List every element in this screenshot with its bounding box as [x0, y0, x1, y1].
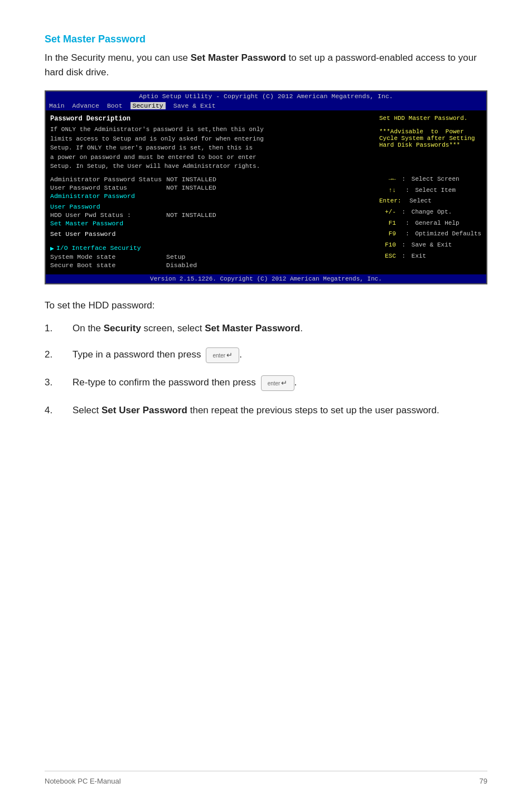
hint-desc-screen: Select Screen [412, 174, 460, 185]
bios-secure-boot-label: Secure Boot state [50, 262, 162, 269]
bios-screenshot: Aptio Setup Utility - Copyright (C) 2012… [45, 90, 487, 284]
bios-hints: →← : Select Screen ↑↓ : Select Item Ente… [379, 174, 482, 262]
bios-menu-advance: Advance [72, 102, 99, 109]
hint-desc-enter: Select [409, 196, 432, 206]
bios-left-panel: Password Description If ONLY the Adminis… [46, 113, 375, 272]
step-4-set-user: Set User Password [101, 405, 187, 416]
bios-footer: Version 2.15.1226. Copyright (C) 2012 Am… [46, 274, 486, 283]
bios-admin-password-row: Administrator Password [50, 192, 370, 200]
hint-key-pm: +/- [379, 207, 396, 218]
intro-bold: Set Master Password [191, 52, 286, 63]
step-2-content: Type in a password then press enter ↵ . [72, 347, 487, 363]
step-4: 4. Select Set User Password then repeat … [45, 403, 487, 418]
bios-row-user-status: User Password Status NOT INSTALLED [50, 184, 370, 191]
hint-sep-7: : [398, 240, 409, 250]
bios-user-password-row: User Password [50, 203, 370, 210]
hint-row-f10: F10 : Save & Exit [379, 240, 482, 250]
hint-desc-f9: Optimized Defaults [415, 229, 481, 239]
bios-system-mode-row: System Mode state Setup [50, 253, 370, 260]
step-3-num: 3. [45, 375, 72, 390]
hint-sep-2: : [398, 185, 413, 196]
hint-desc-item: Select Item [415, 185, 456, 196]
intro-paragraph: In the Security menu, you can use Set Ma… [45, 51, 487, 79]
steps-intro: To set the HDD password: [45, 300, 487, 311]
bios-row-hdd-status: HDD User Pwd Status : NOT INSTALLED [50, 211, 370, 219]
bios-admin-status-label: Administrator Password Status [50, 176, 162, 183]
hint-sep-6: : [398, 229, 413, 239]
hint-key-arrows: →← [379, 174, 396, 185]
enter-key-1: enter ↵ [206, 347, 239, 363]
enter-arrow-1: ↵ [226, 350, 233, 361]
page-footer: Notebook PC E-Manual 79 [45, 771, 487, 785]
footer-left: Notebook PC E-Manual [45, 777, 121, 785]
hint-row-f9: F9 : Optimized Defaults [379, 229, 482, 239]
bios-body: Password Description If ONLY the Adminis… [46, 110, 486, 274]
bios-row-admin-status: Administrator Password Status NOT INSTAL… [50, 176, 370, 183]
enter-label-1: enter [212, 351, 225, 360]
hint-sep-3 [404, 196, 408, 206]
hint-key-ud: ↑↓ [379, 185, 396, 196]
hint-row-change: +/- : Change Opt. [379, 207, 482, 218]
bios-user-status-label: User Password Status [50, 184, 162, 191]
hint-key-esc: ESC [379, 251, 396, 262]
footer-right: 79 [480, 777, 487, 785]
hint-desc-f10: Save & Exit [412, 240, 452, 250]
hint-row-enter: Enter: Select [379, 196, 482, 206]
hint-sep-5: : [398, 218, 413, 229]
step-2-num: 2. [45, 347, 72, 362]
bios-arrow-icon: ▶ [50, 244, 54, 252]
step-3: 3. Re-type to confirm the password then … [45, 375, 487, 391]
hint-row-f1: F1 : General Help [379, 218, 482, 229]
step-1-set-master: Set Master Password [205, 323, 300, 334]
bios-system-mode-label: System Mode state [50, 253, 162, 260]
step-1: 1. On the Security screen, select Set Ma… [45, 321, 487, 336]
bios-section-header: Password Description [50, 115, 370, 123]
enter-key-2: enter ↵ [261, 375, 294, 391]
hint-key-f10: F10 [379, 240, 396, 250]
bios-admin-status-value: NOT INSTALLED [166, 176, 216, 183]
bios-hdd-status-label: HDD User Pwd Status : [50, 211, 162, 219]
hint-key-f1: F1 [379, 218, 396, 229]
hint-key-f9: F9 [379, 229, 396, 239]
bios-set-master-row: Set Master Password [50, 220, 370, 227]
hint-desc-esc: Exit [412, 251, 426, 262]
step-1-content: On the Security screen, select Set Maste… [72, 321, 487, 336]
bios-desc-text: If ONLY the Administrator's password is … [50, 125, 370, 171]
bios-user-status-value: NOT INSTALLED [166, 184, 216, 191]
hint-sep-4: : [398, 207, 409, 218]
hint-key-enter: Enter: [379, 196, 402, 206]
section-title: Set Master Password [45, 33, 487, 45]
steps-list: 1. On the Security screen, select Set Ma… [45, 321, 487, 418]
enter-label-2: enter [268, 379, 280, 388]
step-1-num: 1. [45, 321, 72, 336]
bios-titlebar: Aptio Setup Utility - Copyright (C) 2012… [46, 91, 486, 101]
hint-desc-change: Change Opt. [412, 207, 452, 218]
enter-arrow-2: ↵ [281, 378, 287, 389]
bios-right-panel: Set HDD Master Password. ***Advisable to… [375, 113, 486, 272]
step-4-num: 4. [45, 403, 72, 418]
bios-system-mode-value: Setup [166, 253, 186, 260]
bios-menu-save: Save & Exit [173, 102, 216, 109]
bios-menu-main: Main [49, 102, 65, 109]
bios-set-user-row: Set User Password [50, 230, 370, 238]
bios-hdd-status-value: NOT INSTALLED [166, 211, 216, 219]
hint-row-screen: →← : Select Screen [379, 174, 482, 185]
hint-desc-f1: General Help [415, 218, 459, 229]
bios-menu-boot: Boot [107, 102, 123, 109]
hint-row-esc: ESC : Exit [379, 251, 482, 262]
bios-menubar: Main Advance Boot Security Save & Exit [46, 101, 486, 110]
step-1-security: Security [104, 323, 141, 334]
bios-menu-security: Security [130, 102, 166, 109]
bios-io-row: ▶ I/O Interface Security [50, 244, 370, 252]
step-3-content: Re-type to confirm the password then pre… [72, 375, 487, 391]
intro-text-before: In the Security menu, you can use [45, 52, 191, 63]
bios-right-top-text: Set HDD Master Password. ***Advisable to… [379, 115, 482, 148]
bios-io-label: I/O Interface Security [56, 244, 141, 252]
step-4-content: Select Set User Password then repeat the… [72, 403, 487, 418]
step-2: 2. Type in a password then press enter ↵… [45, 347, 487, 363]
hint-sep-1: : [398, 174, 409, 185]
hint-sep-8: : [398, 251, 409, 262]
hint-row-item: ↑↓ : Select Item [379, 185, 482, 196]
bios-secure-boot-row: Secure Boot state Disabled [50, 262, 370, 269]
bios-secure-boot-value: Disabled [166, 262, 197, 269]
